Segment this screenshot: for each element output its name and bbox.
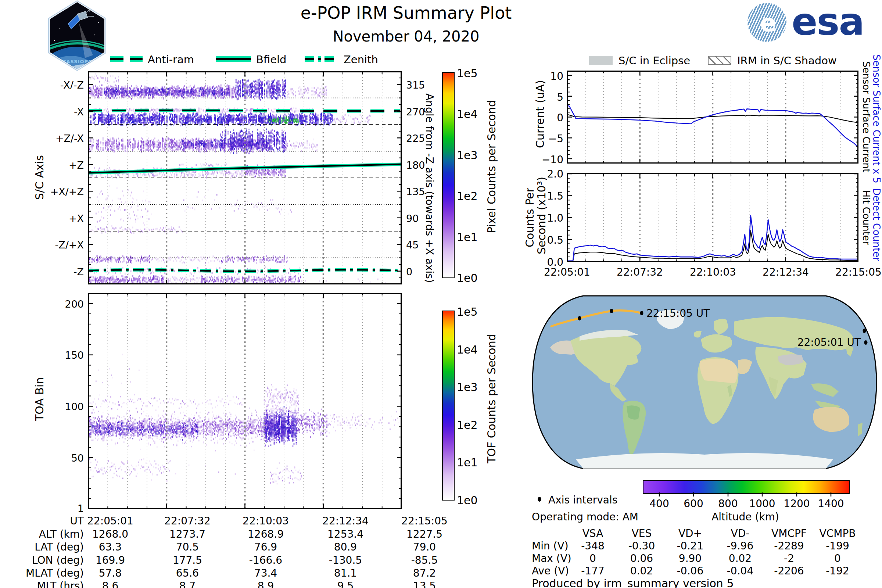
sc-axis-tick: -X	[22, 106, 84, 118]
shadow-legend-label: IRM in S/C Shadow	[737, 54, 837, 67]
voltage-col-header: VMCPF	[767, 527, 811, 540]
ephemeris-cell: 57.8	[79, 567, 141, 579]
esa-logo-text: esa	[792, 0, 864, 44]
voltage-cell: -2289	[767, 540, 811, 552]
shadow-swatch-icon	[708, 56, 731, 65]
alt-tick: 1000	[747, 498, 777, 510]
voltage-cell: -0.04	[718, 565, 762, 577]
ephemeris-cell: 8.6	[79, 580, 141, 588]
toa-tick: 150	[37, 350, 84, 361]
ephemeris-cell: 65.6	[156, 567, 219, 579]
current-ytick: 0	[535, 112, 563, 124]
track-dot	[863, 328, 866, 333]
current-plot	[567, 70, 858, 164]
voltage-cell: -0.30	[620, 540, 664, 552]
current-ytick: 5	[535, 91, 563, 103]
ephemeris-cell: 177.5	[156, 554, 219, 566]
sc-axis-tick: +Z	[22, 159, 84, 171]
counts-right-label-blue: Detect Counter	[871, 188, 882, 247]
antiram-line-icon	[110, 54, 143, 63]
sc-axis-tick: +X/+Z	[22, 186, 84, 197]
voltage-cell: 0	[571, 552, 615, 564]
ephemeris-cell: 8.9	[234, 580, 297, 588]
counts-right-label-black: Hit Counter	[861, 188, 872, 247]
cassiope-badge-icon: CASSIOPE	[45, 0, 109, 71]
alt-tick: 1400	[816, 498, 846, 510]
counts-ytick: 2.0	[535, 168, 563, 180]
angle-tick: 135	[406, 186, 425, 197]
angle-tick: 225	[406, 133, 425, 144]
voltage-cell: -2206	[767, 565, 811, 577]
altitude-colorbar	[643, 480, 850, 494]
toa-tick: 50	[37, 452, 84, 464]
cbar1-tick: 1e0	[457, 272, 478, 285]
cbar2-label: TOF Counts per Second	[485, 346, 498, 464]
right-xtick: 22:05:01	[538, 266, 597, 278]
voltage-cell: 0.02	[718, 552, 762, 564]
voltage-cell: -199	[816, 540, 860, 552]
toa-spectrogram-canvas	[88, 293, 402, 509]
altitude-colorbar-label: Altitude (km)	[690, 511, 800, 523]
counts-ytick: 1.5	[535, 190, 563, 202]
voltage-col-header: VCMPB	[816, 527, 860, 540]
voltage-col-header: VD-	[718, 527, 762, 540]
esa-globe-e: e	[760, 9, 777, 37]
ephemeris-cell: 22:05:01	[79, 515, 141, 527]
axis-intervals-label: Axis intervals	[548, 494, 617, 506]
sc-axis-tick: -Z/+X	[22, 239, 84, 250]
sc-axis-tick: -X/-Z	[22, 80, 84, 91]
cbar2-tick: 1e2	[457, 418, 478, 432]
track-dot	[610, 309, 614, 313]
voltage-cell: -348	[571, 540, 615, 552]
bfield-legend-label: Bfield	[256, 53, 286, 66]
voltage-row-label: Max (V)	[532, 552, 572, 564]
cbar2-tick: 1e1	[457, 456, 478, 469]
angle-tick: 180	[406, 159, 425, 171]
ephemeris-cell: 1253.4	[314, 528, 376, 540]
counts-ytick: 0.5	[535, 234, 563, 246]
zenith-legend-label: Zenith	[344, 53, 378, 66]
sc-axis-tick: -Z	[22, 266, 84, 278]
voltage-row-label: Min (V)	[532, 540, 568, 552]
ground-track-map: 22:15:05 UT 22:05:01 UT	[528, 292, 881, 472]
cbar1-tick: 1e4	[457, 108, 478, 120]
ephemeris-cell: -130.5	[314, 554, 376, 566]
voltage-cell: -2	[767, 552, 811, 564]
page-date: November 04, 2020	[222, 28, 590, 45]
sc-axis-tick: +X	[22, 213, 84, 224]
ephemeris-cell: 13.5	[393, 580, 456, 588]
voltage-cell: 0.06	[620, 552, 664, 564]
angle-tick: 270	[406, 106, 425, 118]
tof-counts-colorbar	[442, 310, 454, 501]
antiram-legend-label: Anti-ram	[148, 53, 194, 66]
cbar2-tick: 1e0	[457, 494, 478, 507]
ephemeris-cell: 8.7	[156, 580, 219, 588]
cbar1-tick: 1e5	[457, 67, 478, 80]
alt-tick: 600	[679, 498, 708, 510]
axis-intervals-dot-icon	[538, 497, 542, 502]
voltage-cell: 9.90	[668, 552, 712, 564]
ephemeris-row-label: LON (deg)	[22, 554, 84, 566]
esa-logo: e esa	[745, 2, 881, 44]
alt-tick: 400	[645, 498, 674, 510]
ephemeris-cell: 70.5	[156, 541, 219, 553]
ephemeris-cell: -85.5	[393, 554, 456, 566]
operating-mode-label: Operating mode: AM	[532, 511, 638, 523]
right-xtick: 22:07:32	[610, 266, 669, 278]
angle-tick: 0	[406, 266, 412, 278]
ephemeris-cell: 80.9	[314, 541, 376, 553]
ephemeris-row-label: ALT (km)	[22, 528, 84, 540]
ephemeris-row-label: LAT (deg)	[22, 541, 84, 553]
sc-axis-spectrogram-canvas	[88, 71, 402, 285]
ephemeris-cell: 22:12:34	[314, 515, 376, 527]
epop-irm-summary-page: { "header": { "title": "e-POP IRM Summar…	[0, 0, 882, 588]
voltage-cell: -177	[571, 565, 615, 577]
angle-tick: 45	[406, 239, 418, 250]
eclipse-legend-label: S/C in Eclipse	[618, 54, 690, 67]
voltage-cell: -192	[816, 565, 860, 577]
toa-tick: 100	[37, 401, 84, 412]
ephemeris-cell: 1273.7	[156, 528, 219, 540]
voltage-cell: 0	[816, 552, 860, 564]
cbar2-tick: 1e4	[457, 343, 478, 356]
toa-tick: 1	[37, 503, 84, 514]
